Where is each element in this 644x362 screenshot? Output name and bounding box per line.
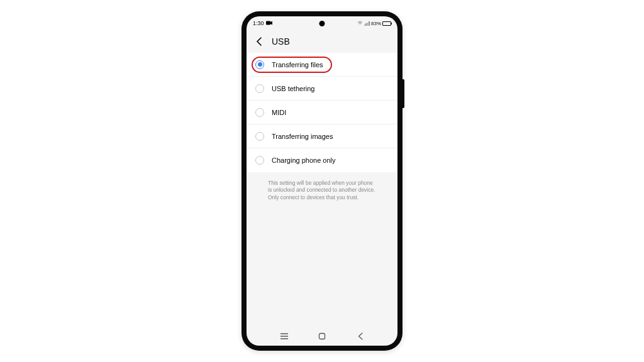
svg-rect-0: [266, 21, 270, 25]
option-label: Transferring files: [272, 61, 323, 69]
nav-recents-button[interactable]: [279, 331, 289, 341]
option-charging-only[interactable]: Charging phone only: [247, 148, 397, 172]
option-transferring-files[interactable]: Transferring files: [247, 53, 397, 77]
battery-pct: 83%: [371, 21, 381, 26]
option-usb-tethering[interactable]: USB tethering: [247, 77, 397, 101]
option-label: Charging phone only: [272, 156, 336, 164]
phone-frame: 1:30 83% USB Transfe: [242, 11, 402, 351]
option-transferring-images[interactable]: Transferring images: [247, 124, 397, 148]
svg-rect-4: [319, 334, 325, 339]
phone-screen: 1:30 83% USB Transfe: [247, 16, 397, 346]
usb-options-list: Transferring files USB tethering MIDI Tr…: [247, 53, 397, 172]
back-button[interactable]: [254, 37, 263, 46]
status-right: 83%: [357, 21, 391, 26]
nav-back-button[interactable]: [355, 331, 365, 341]
radio-icon: [255, 84, 264, 93]
nav-home-button[interactable]: [317, 331, 327, 341]
header: USB: [247, 30, 397, 53]
option-label: USB tethering: [272, 85, 314, 92]
option-label: Transferring images: [272, 133, 333, 140]
status-time: 1:30: [253, 20, 264, 26]
camera-hole: [319, 21, 325, 26]
video-icon: [266, 20, 272, 26]
status-left: 1:30: [253, 20, 272, 26]
battery-icon: [382, 21, 391, 26]
navigation-bar: [247, 327, 397, 346]
option-midi[interactable]: MIDI: [247, 101, 397, 124]
wifi-icon: [357, 21, 363, 26]
option-label: MIDI: [272, 109, 286, 116]
page-title: USB: [272, 36, 290, 47]
radio-icon: [255, 132, 264, 141]
radio-icon: [255, 156, 264, 165]
footnote-text: This setting will be applied when your p…: [247, 172, 397, 206]
radio-icon: [255, 60, 264, 69]
radio-icon: [255, 108, 264, 117]
signal-icon: [364, 21, 370, 26]
side-button: [402, 79, 404, 108]
